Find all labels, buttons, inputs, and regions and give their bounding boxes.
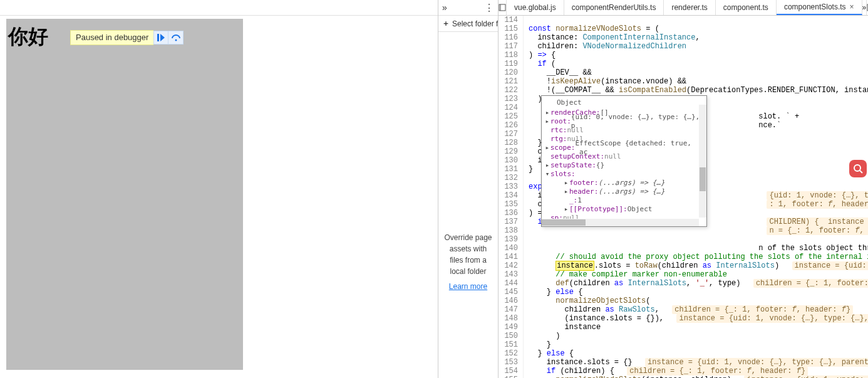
line-number[interactable]: 155 [499,375,524,378]
line-number[interactable]: 115 [499,24,524,33]
line-number[interactable]: 137 [499,218,524,226]
tab-vue-global[interactable]: vue.global.js [507,0,564,15]
code-line[interactable]: 153 instance.slots = {} instance = {uid:… [499,358,868,367]
disclosure-icon[interactable]: ▸ [563,205,569,214]
code-line[interactable]: 145 } else { [499,288,868,297]
tab-renderer[interactable]: renderer.ts [664,0,715,15]
tab-component-render-utils[interactable]: componentRenderUtils.ts [564,0,664,15]
line-number[interactable]: 121 [499,77,524,86]
line-number[interactable]: 143 [499,270,524,279]
disclosure-icon[interactable]: ▸ [544,117,550,126]
line-number[interactable]: 136 [499,209,524,218]
code-line[interactable]: 115const normalizeVNodeSlots = ( [499,24,868,33]
inspector-hscrollbar[interactable] [542,219,699,226]
code-line[interactable]: 116 instance: ComponentInternalInstance, [499,33,868,42]
line-number[interactable]: 151 [499,340,524,349]
code-line[interactable]: 155 normalizeVNodeSlots(instance, childr… [499,375,868,378]
open-file-icon[interactable] [499,0,507,15]
line-number[interactable]: 140 [499,244,524,253]
code-line[interactable]: 152 } else { [499,349,868,358]
line-number[interactable]: 118 [499,51,524,60]
code-line[interactable]: 154 if (children) { children = {_: 1, fo… [499,367,868,375]
close-icon[interactable]: × [850,3,854,11]
line-number[interactable]: 127 [499,130,524,139]
line-number[interactable]: 150 [499,332,524,340]
line-number[interactable]: 131 [499,165,524,174]
code-line[interactable]: 122 !(__COMPAT__ && isCompatEnabled(Depr… [499,86,868,95]
line-number[interactable]: 122 [499,86,524,95]
line-number[interactable]: 133 [499,182,524,191]
line-number[interactable]: 138 [499,226,524,235]
inspector-vthumb[interactable] [700,167,706,191]
line-number[interactable]: 126 [499,121,524,130]
line-number[interactable]: 149 [499,323,524,332]
line-number[interactable]: 153 [499,358,524,367]
inspector-row[interactable]: _: 1 [553,196,706,205]
line-number[interactable]: 154 [499,367,524,375]
line-number[interactable]: 152 [499,349,524,358]
line-number[interactable]: 117 [499,42,524,51]
search-icon[interactable] [849,160,867,177]
code-line[interactable]: 140 n of the slots object through `this.… [499,244,868,253]
code-line[interactable]: 151 } [499,340,868,349]
code-line[interactable]: 120 __DEV__ && [499,68,868,77]
code-line[interactable]: 148 (instance.slots = {}), instance = {u… [499,314,868,323]
disclosure-icon[interactable]: ▸ [544,161,550,170]
disclosure-icon[interactable]: ▾ [544,170,550,179]
line-number[interactable]: 144 [499,279,524,288]
inspector-hthumb[interactable] [542,219,586,226]
resume-button[interactable] [153,31,168,45]
line-number[interactable]: 129 [499,147,524,156]
code-area[interactable]: 114115const normalizeVNodeSlots = (116 i… [499,16,868,378]
tab-component[interactable]: component.ts [716,0,777,15]
line-number[interactable]: 123 [499,95,524,103]
more-tabs-icon[interactable]: » [862,0,867,15]
line-number[interactable]: 130 [499,156,524,165]
line-number[interactable]: 142 [499,261,524,270]
line-number[interactable]: 124 [499,103,524,112]
code-line[interactable]: 121 !isKeepAlive(instance.vnode) && [499,77,868,86]
inspector-row[interactable]: ▸scope: EffectScope {detached: true, _ac [542,144,706,152]
line-number[interactable]: 146 [499,297,524,305]
tab-component-slots[interactable]: componentSlots.ts× [777,0,862,15]
code-line[interactable]: 138 n = {_: 1, footer: f, header: f} [499,226,868,235]
code-line[interactable]: 117 children: VNodeNormalizedChildren [499,42,868,51]
disclosure-icon[interactable]: ▸ [563,179,569,187]
code-line[interactable]: 147 children as RawSlots, children = {_:… [499,305,868,314]
code-line[interactable]: 146 normalizeObjectSlots( [499,297,868,305]
line-number[interactable]: 139 [499,235,524,244]
line-number[interactable]: 132 [499,174,524,182]
code-line[interactable]: 149 instance [499,323,868,332]
code-line[interactable]: 144 def(children as InternalSlots, '_', … [499,279,868,288]
inspector-row[interactable]: ▸header: (...args) => {…} [553,187,706,196]
inspector-vscrollbar[interactable] [699,105,706,218]
inspector-row[interactable]: ▸[[Prototype]]: Object [553,205,706,214]
disclosure-icon[interactable]: ▸ [563,187,569,196]
kebab-menu-icon[interactable]: ⋮ [484,2,494,14]
step-over-button[interactable] [168,31,183,45]
line-number[interactable]: 120 [499,68,524,77]
select-folder-button[interactable]: ＋ Select folder fo [438,16,498,32]
code-line[interactable]: 141 // should avoid the proxy object pol… [499,253,868,261]
line-number[interactable]: 114 [499,16,524,24]
line-number[interactable]: 147 [499,305,524,314]
learn-more-link[interactable]: Learn more [443,281,493,292]
line-number[interactable]: 145 [499,288,524,297]
line-number[interactable]: 116 [499,33,524,42]
line-number[interactable]: 141 [499,253,524,261]
inspector-row[interactable]: ▸root: {uid: 0, vnode: {…}, type: {…}, p [542,117,706,126]
line-number[interactable]: 125 [499,112,524,121]
inspector-row[interactable]: ▾slots: [542,170,706,179]
code-line[interactable]: 139 [499,235,868,244]
disclosure-icon[interactable]: ▸ [544,144,550,152]
inspector-row[interactable]: ▸setupState: {} [542,161,706,170]
code-line[interactable]: 143 // make compiler marker non-enumerab… [499,270,868,279]
line-number[interactable]: 135 [499,200,524,209]
inspector-row[interactable]: ▸footer: (...args) => {…} [553,179,706,187]
object-inspector-popup[interactable]: Object ▸renderCache: []▸root: {uid: 0, v… [541,95,707,227]
code-line[interactable]: 119 if ( [499,60,868,68]
code-line[interactable]: 114 [499,16,868,24]
line-number[interactable]: 148 [499,314,524,323]
disclosure-icon[interactable]: ▸ [544,108,550,117]
nav-chevrons-icon[interactable]: » [442,3,447,13]
